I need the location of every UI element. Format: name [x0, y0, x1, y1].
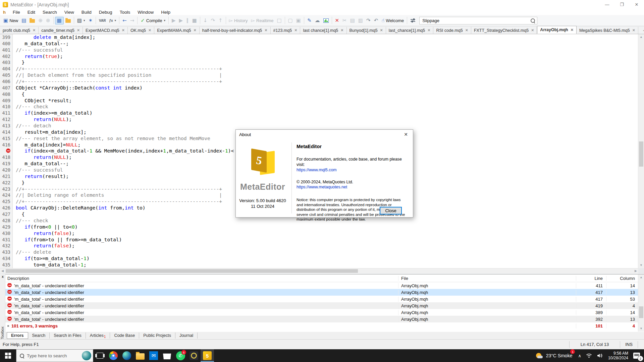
dialog-close-button[interactable]: Close: [380, 207, 402, 215]
cut-icon[interactable]: ✂: [341, 17, 348, 24]
tab-close-icon[interactable]: ✕: [632, 28, 635, 33]
storage-push-icon[interactable]: ⊗: [44, 17, 52, 24]
chart-icon[interactable]: [322, 17, 330, 24]
tab-close-icon[interactable]: ✕: [427, 28, 430, 33]
close-icon[interactable]: ✕: [629, 0, 644, 9]
toolbox-tab-search[interactable]: Search: [28, 333, 50, 339]
back-icon[interactable]: ←: [121, 17, 128, 24]
clock-widget[interactable]: 9:56 AM 10/28/2024: [605, 351, 631, 360]
menu-item-tools[interactable]: Tools: [116, 10, 134, 15]
mql5-wizard-icon[interactable]: ✶: [87, 17, 94, 24]
scroll-down-icon[interactable]: ▼: [638, 262, 644, 268]
toolbox-tab-search-in-files[interactable]: Search in Files: [50, 333, 86, 339]
copy-as-html-icon[interactable]: ▢: [286, 17, 294, 24]
close-file-icon[interactable]: ✕: [333, 17, 341, 24]
step-over-icon[interactable]: ↷: [209, 17, 217, 24]
tab-close-icon[interactable]: ✕: [531, 28, 534, 33]
profiler-realtime-button[interactable]: ▻Realtime: [250, 17, 275, 24]
copy-layout-icon[interactable]: ▣: [294, 17, 303, 24]
publish-icon[interactable]: ☁: [313, 17, 322, 24]
menu-item-edit[interactable]: Edit: [24, 10, 39, 15]
scrollbar-thumb[interactable]: [639, 306, 643, 318]
taskbar-item-metaeditor[interactable]: 5: [201, 349, 214, 362]
toolbar-search-input[interactable]: [422, 18, 531, 23]
toolbox-scrollbar[interactable]: ▲ ▼: [638, 275, 644, 331]
tab-close-icon[interactable]: ✕: [340, 28, 343, 33]
menu-item-help[interactable]: Help: [157, 10, 174, 15]
tab-close-icon[interactable]: ✕: [380, 28, 383, 33]
debug-pause-icon[interactable]: ∥: [184, 17, 191, 24]
tab-close-icon[interactable]: ✕: [122, 28, 125, 33]
file-tab-profit-club-mq5[interactable]: profit club.mq5✕: [0, 27, 39, 34]
scroll-down-icon[interactable]: ▼: [638, 326, 644, 331]
toolbox-tab-journal[interactable]: Journal: [175, 333, 198, 339]
snippets-icon[interactable]: ▨▾: [75, 17, 87, 24]
file-tab-fxtt-strategychecklist-mq5[interactable]: FXTT_StrategyChecklist.mq5✕: [471, 27, 537, 34]
file-tab-half-trend-buy-sell-indicator-mq5[interactable]: half-trend-buy-sell-indicator.mq5✕: [200, 27, 271, 34]
toolbox-tab-public-projects[interactable]: Public Projects: [139, 333, 175, 339]
error-row[interactable]: 'm_data_total' - undeclared identifierAr…: [5, 289, 638, 296]
file-tab-ok-mq5[interactable]: OK.mq5✕: [128, 27, 154, 34]
compile-button[interactable]: ✓Compile▾: [139, 17, 167, 24]
file-tab-123-mq5[interactable]: #123.mq5✕: [271, 27, 301, 34]
menu-item-file[interactable]: File: [9, 10, 24, 15]
editor-vertical-scrollbar[interactable]: ▲ ▼: [638, 34, 644, 268]
menu-item-search[interactable]: Search: [39, 10, 61, 15]
scroll-up-icon[interactable]: ▲: [638, 275, 644, 280]
tab-close-icon[interactable]: ✕: [194, 28, 197, 33]
error-row[interactable]: 'm_data_total' - undeclared identifierAr…: [5, 316, 638, 322]
taskbar-item-edge[interactable]: [120, 349, 133, 362]
metaquotes-link[interactable]: https://www.metaquotes.net: [297, 184, 408, 190]
tab-close-icon[interactable]: ✕: [33, 28, 36, 33]
debug-start-icon[interactable]: ▶: [177, 17, 185, 24]
task-view-button[interactable]: [93, 349, 107, 362]
toolbox-vertical-label[interactable]: Toolbox: [0, 326, 4, 339]
weather-widget[interactable]: 1 23°C Smoke: [532, 349, 576, 362]
column-header-file[interactable]: File: [398, 276, 576, 281]
taskbar-item-chrome[interactable]: [107, 349, 120, 362]
toolbox-close-icon[interactable]: x: [0, 275, 5, 279]
dialog-close-icon[interactable]: ✕: [399, 132, 413, 137]
menu-item-window[interactable]: Window: [134, 10, 157, 15]
data-folder-icon[interactable]: [64, 17, 72, 24]
scroll-up-icon[interactable]: ▲: [638, 34, 644, 40]
scrollbar-thumb[interactable]: [639, 141, 643, 167]
column-header-column[interactable]: Column: [606, 276, 638, 281]
error-row[interactable]: 'm_data_total' - undeclared identifierAr…: [5, 309, 638, 316]
profiler-stop-icon[interactable]: □: [275, 17, 283, 24]
file-tab-last-chance-1-mq5[interactable]: last_chance[1].mq5✕: [386, 27, 434, 34]
debug-history-icon[interactable]: ▶: [170, 17, 177, 24]
start-button[interactable]: [0, 349, 16, 362]
menu-item-build[interactable]: Build: [78, 10, 95, 15]
styler-icon[interactable]: ✎: [306, 17, 313, 24]
file-tab-candle-timer-mq5[interactable]: candle_timer.mq5✕: [39, 27, 83, 34]
toolbox-tab-articles[interactable]: Articles1: [86, 333, 110, 339]
restore-icon[interactable]: ❐: [614, 0, 629, 9]
forward-icon[interactable]: →: [128, 17, 136, 24]
file-tab-expertmacd-mq5[interactable]: ExpertMACD.mq5✕: [83, 27, 128, 34]
scrollbar-thumb[interactable]: [6, 269, 358, 273]
tab-close-icon[interactable]: ✕: [294, 28, 297, 33]
scroll-right-icon[interactable]: ▶: [633, 268, 638, 274]
settings-icon[interactable]: [409, 17, 417, 24]
error-row[interactable]: 'm_data_total' - undeclared identifierAr…: [5, 296, 638, 302]
column-header-description[interactable]: Description: [5, 276, 398, 281]
tab-close-icon[interactable]: ✕: [264, 28, 267, 33]
action-center-button[interactable]: 2: [631, 349, 644, 362]
error-row[interactable]: 'm_data_total' - undeclared identifierAr…: [5, 302, 638, 309]
taskbar-search-box[interactable]: Type here to search: [16, 349, 93, 362]
tab-close-icon[interactable]: ✕: [465, 28, 468, 33]
tab-close-icon[interactable]: ✕: [571, 28, 574, 32]
error-summary-row[interactable]: 101 errors, 3 warnings1014: [5, 322, 638, 329]
toolbar-search-box[interactable]: [419, 17, 537, 24]
tray-expand-icon[interactable]: ∧: [576, 349, 584, 362]
taskbar-item-store[interactable]: [160, 349, 174, 362]
functions-icon[interactable]: ƒx▾: [107, 18, 118, 23]
undo-icon[interactable]: ↶: [372, 17, 380, 24]
tile-windows-button[interactable]: ▦: [55, 17, 64, 24]
taskbar-item-camera[interactable]: [187, 349, 201, 362]
step-out-icon[interactable]: ↑: [217, 17, 224, 24]
debug-stop-icon[interactable]: ■: [191, 17, 199, 24]
file-tab-expertmama-mq5[interactable]: ExpertMAMA.mq5✕: [154, 27, 200, 34]
file-tab-bunyod-1-mq5[interactable]: Bunyod[1].mq5✕: [347, 27, 386, 34]
